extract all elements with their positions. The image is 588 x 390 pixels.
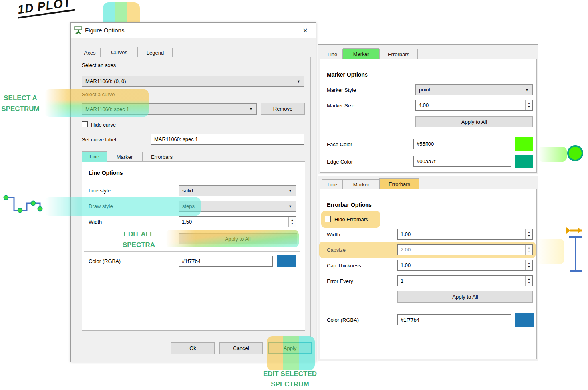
spinner-up-icon: ▲ — [528, 231, 530, 234]
annotation-capsize-glow — [536, 239, 564, 264]
screenshot-root: 1D PLOT Figure Options ✕ Axes Curves Leg… — [0, 0, 588, 390]
line-style-label: Line style — [89, 188, 111, 194]
dropdown-arrow-icon: ▼ — [525, 88, 529, 92]
marker-size-spinner[interactable]: 4.00 ▲▼ — [415, 100, 533, 111]
edge-color-swatch[interactable] — [515, 155, 533, 168]
cancel-button[interactable]: Cancel — [219, 342, 263, 354]
line-options-heading: Line Options — [89, 170, 123, 176]
divider — [324, 308, 533, 309]
annotation-plot-type: 1D PLOT — [16, 0, 75, 19]
spinner-down-icon: ▼ — [528, 250, 530, 253]
draw-style-label: Draw style — [89, 203, 113, 209]
subtab-marker[interactable]: Marker — [107, 152, 142, 162]
marker-panel-tab-errorbars[interactable]: Errorbars — [379, 49, 418, 59]
errorbar-tab-pane — [320, 189, 537, 359]
error-every-label: Error Every — [327, 278, 353, 284]
marker-options-heading: Marker Options — [327, 71, 368, 78]
dialog-title: Figure Options — [85, 27, 124, 34]
line-color-input[interactable]: #1f77b4 — [179, 256, 273, 267]
marker-panel-tab-line[interactable]: Line — [322, 49, 343, 59]
capsize-label: Capsize — [327, 247, 346, 253]
dropdown-arrow-icon: ▼ — [288, 204, 292, 208]
annotation-marker-sample-dot — [567, 145, 583, 161]
spinner-up-icon: ▲ — [528, 262, 530, 265]
remove-button[interactable]: Remove — [261, 103, 305, 115]
hide-errorbars-label: Hide Errorbars — [334, 216, 368, 222]
cap-thickness-spinner[interactable]: 1.00 ▲▼ — [397, 260, 533, 271]
errorbar-width-spinner[interactable]: 1.00 ▲▼ — [397, 229, 533, 240]
tab-legend[interactable]: Legend — [138, 48, 173, 57]
ok-button[interactable]: Ok — [171, 342, 215, 354]
face-color-input[interactable]: #55ff00 — [413, 139, 511, 149]
marker-style-label: Marker Style — [327, 87, 356, 93]
select-axes-label: Select an axes — [82, 62, 116, 68]
spinner-down-icon: ▼ — [528, 235, 530, 237]
curve-label-input[interactable]: MAR11060: spec 1 — [151, 134, 304, 145]
errorbar-width-label: Width — [327, 232, 340, 238]
line-width-spinner[interactable]: 1.50 ▲▼ — [179, 216, 296, 227]
dialog-titlebar: Figure Options ✕ — [71, 23, 316, 38]
marker-panel-tab-marker[interactable]: Marker — [343, 48, 379, 59]
tab-curves[interactable]: Curves — [101, 47, 138, 57]
edge-color-input[interactable]: #00aa7f — [413, 156, 511, 167]
axes-select[interactable]: MAR11060: (0, 0) ▼ — [82, 76, 304, 87]
errorbar-panel-tab-errorbars[interactable]: Errorbars — [379, 178, 419, 189]
hide-curve-checkbox[interactable] — [82, 121, 88, 127]
cap-width-arrow-icon — [566, 226, 586, 235]
cap-thickness-label: Cap Thickness — [327, 263, 361, 269]
face-color-label: Face Color — [327, 141, 352, 147]
curve-select[interactable]: MAR11060: spec 1 ▼ — [82, 103, 257, 115]
hide-curve-label: Hide curve — [91, 122, 116, 128]
face-color-swatch[interactable] — [515, 137, 533, 151]
errorbar-options-heading: Errorbar Options — [327, 202, 372, 208]
errorbar-color-label: Color (RGBA) — [327, 317, 359, 323]
line-color-swatch[interactable] — [277, 255, 296, 267]
spinner-down-icon: ▼ — [291, 222, 294, 225]
dropdown-arrow-icon: ▼ — [297, 79, 300, 83]
dropdown-arrow-icon: ▼ — [249, 107, 253, 111]
spinner-down-icon: ▼ — [528, 266, 530, 268]
hide-errorbars-checkbox[interactable] — [325, 216, 331, 222]
spinner-down-icon: ▼ — [528, 281, 530, 284]
spinner-up-icon: ▲ — [528, 247, 530, 249]
annotation-select-spectrum: SELECT A SPECTRUM — [0, 93, 41, 114]
line-apply-to-all-button[interactable]: Apply to All — [179, 233, 297, 244]
divider — [324, 133, 532, 134]
divider — [84, 251, 300, 253]
line-color-label: Color (RGBA) — [89, 258, 121, 264]
annotation-marker-highlight — [538, 147, 567, 162]
spinner-down-icon: ▼ — [528, 106, 530, 108]
errorbar-color-input[interactable]: #1f77b4 — [397, 314, 511, 325]
marker-style-select[interactable]: point ▼ — [415, 84, 533, 95]
line-width-label: Width — [89, 219, 102, 225]
errorbar-panel-tab-marker[interactable]: Marker — [343, 179, 379, 189]
error-every-spinner[interactable]: 1 ▲▼ — [397, 275, 533, 286]
dropdown-arrow-icon: ▼ — [288, 189, 292, 193]
close-icon[interactable]: ✕ — [300, 26, 310, 35]
figure-options-icon — [74, 26, 83, 35]
edge-color-label: Edge Color — [327, 159, 353, 165]
line-style-select[interactable]: solid ▼ — [179, 185, 296, 196]
marker-size-label: Marker Size — [327, 103, 354, 109]
capsize-spinner[interactable]: 2.00 ▲▼ — [397, 244, 533, 255]
errorbar-panel-tab-line[interactable]: Line — [322, 179, 343, 189]
annotation-edit-selected-spectrum: EDIT SELECTED SPECTRUM — [248, 369, 332, 390]
spinner-up-icon: ▲ — [528, 278, 530, 280]
steps-drawstyle-icon — [2, 193, 46, 217]
errorbar-sample-icon — [567, 235, 584, 273]
marker-apply-to-all-button[interactable]: Apply to All — [415, 116, 533, 127]
set-curve-label: Set curve label — [82, 137, 116, 143]
draw-style-select[interactable]: steps ▼ — [179, 201, 296, 212]
errorbar-apply-to-all-button[interactable]: Apply to All — [397, 291, 533, 303]
apply-button[interactable]: Apply — [268, 342, 312, 354]
subtab-line[interactable]: Line — [82, 151, 107, 162]
annotation-edit-all-spectra: EDIT ALL SPECTRA — [118, 229, 160, 250]
spinner-up-icon: ▲ — [528, 102, 530, 105]
select-curve-label: Select a curve — [82, 91, 115, 97]
spinner-up-icon: ▲ — [291, 219, 294, 221]
tab-axes[interactable]: Axes — [79, 48, 101, 57]
errorbar-color-swatch[interactable] — [515, 313, 534, 327]
subtab-errorbars[interactable]: Errorbars — [142, 152, 181, 162]
